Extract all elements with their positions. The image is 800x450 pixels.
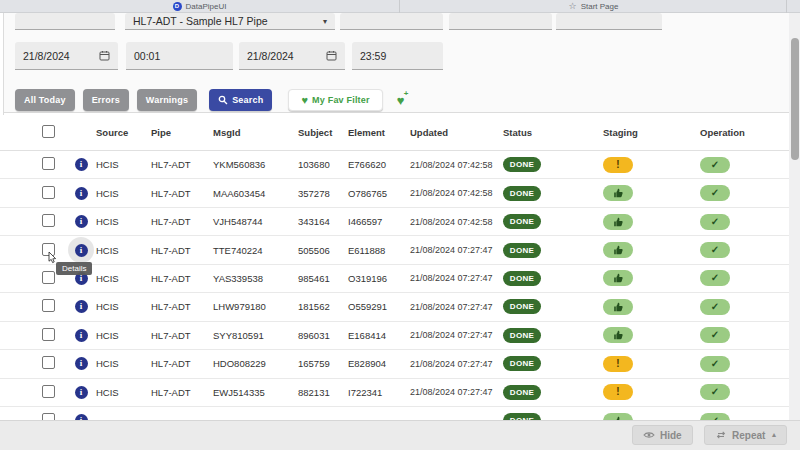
operation-badge[interactable]: ✓	[700, 242, 730, 258]
operation-badge[interactable]: ✓	[700, 214, 730, 230]
operation-badge[interactable]: ✓	[700, 270, 730, 286]
header-staging: Staging	[603, 127, 700, 138]
cell-operation: ✓	[700, 185, 789, 201]
staging-badge[interactable]: !	[603, 413, 633, 420]
to-date-field[interactable]: 21/8/2024	[239, 42, 345, 70]
staging-badge[interactable]: !	[603, 299, 633, 315]
pipe-select[interactable]: HL7-ADT - Sample HL7 Pipe ▾	[125, 13, 335, 30]
details-info-button[interactable]: i	[75, 300, 88, 313]
details-info-button[interactable]: i	[75, 414, 88, 420]
cell-source: HCIS	[96, 159, 151, 170]
all-today-button[interactable]: All Today	[15, 89, 75, 111]
operation-badge[interactable]: ✓	[700, 356, 730, 372]
staging-badge[interactable]: !	[603, 384, 633, 400]
cell-source: HCIS	[96, 216, 151, 227]
cell-staging: !	[603, 270, 700, 286]
repeat-button[interactable]: Repeat ▴	[704, 425, 787, 445]
operation-badge[interactable]: ✓	[700, 299, 730, 315]
staging-badge[interactable]: !	[603, 327, 633, 343]
info-icon: i	[80, 301, 83, 311]
cell-status: DONE	[503, 328, 603, 343]
from-time-field[interactable]: 00:01	[126, 42, 233, 70]
warning-icon: !	[616, 359, 619, 369]
staging-badge[interactable]: !	[603, 185, 633, 201]
operation-badge[interactable]: ✓	[700, 413, 730, 420]
details-info-button[interactable]: i	[75, 215, 88, 228]
my-fav-filter-button[interactable]: ♥ My Fav Filter	[288, 89, 382, 111]
vertical-scrollbar-thumb[interactable]	[791, 38, 799, 160]
details-info-button[interactable]: i	[75, 386, 88, 399]
repeat-icon	[715, 429, 727, 441]
operation-badge[interactable]: ✓	[700, 157, 730, 173]
operation-badge[interactable]: ✓	[700, 185, 730, 201]
row-checkbox[interactable]	[42, 385, 55, 398]
add-favorite-button[interactable]: ♥ +	[397, 93, 405, 108]
table-row[interactable]: i HCIS HL7-ADT MAA603454 357278 O786765 …	[0, 179, 789, 207]
tab-datapipeui[interactable]: D DataPipeUI	[0, 0, 400, 13]
table-row[interactable]: i HCIS HL7-ADT LHW979180 181562 O559291 …	[0, 293, 789, 321]
from-date-field[interactable]: 21/8/2024	[15, 42, 118, 70]
details-info-button[interactable]: i	[75, 187, 88, 200]
check-icon: ✓	[711, 160, 719, 170]
row-checkbox[interactable]	[42, 328, 55, 341]
warnings-button[interactable]: Warnings	[137, 89, 197, 111]
staging-badge[interactable]: !	[603, 157, 633, 173]
table-row[interactable]: i HCIS HL7-ADT YKM560836 103680 E766620 …	[0, 151, 789, 179]
staging-badge[interactable]: !	[603, 356, 633, 372]
vertical-scrollbar-track[interactable]	[789, 13, 800, 420]
filter-field-empty-2[interactable]	[340, 13, 443, 30]
search-button[interactable]: Search	[209, 89, 272, 111]
cell-element: O319196	[348, 273, 410, 284]
details-info-button[interactable]: i	[75, 329, 88, 342]
staging-badge[interactable]: !	[603, 242, 633, 258]
info-icon: i	[80, 216, 83, 226]
info-icon: i	[80, 245, 83, 255]
header-source: Source	[96, 127, 151, 138]
cell-msgid: TTE740224	[213, 245, 298, 256]
table-row[interactable]: i HCIS HL7-ADT VJH548744 343164 I466597 …	[0, 208, 789, 236]
to-time-field[interactable]: 23:59	[352, 42, 443, 70]
star-icon: ☆	[569, 2, 577, 11]
status-badge: DONE	[503, 214, 541, 229]
cell-msgid: EWJ514335	[213, 387, 298, 398]
header-element: Element	[348, 127, 410, 138]
table-row[interactable]: i HCIS HL7-ADT EWJ514335 882131 I722341 …	[0, 379, 789, 407]
cell-source: HCIS	[96, 273, 151, 284]
row-checkbox[interactable]	[42, 271, 55, 284]
header-checkbox-cell	[36, 125, 66, 140]
staging-badge[interactable]: !	[603, 214, 633, 230]
cell-element: E766620	[348, 159, 410, 170]
hide-button[interactable]: Hide	[632, 425, 693, 445]
row-checkbox[interactable]	[42, 413, 55, 420]
filter-field-empty-4[interactable]	[556, 13, 662, 30]
filter-field-empty-3[interactable]	[449, 13, 552, 30]
row-checkbox[interactable]	[42, 157, 55, 170]
select-all-checkbox[interactable]	[42, 125, 55, 138]
operation-badge[interactable]: ✓	[700, 384, 730, 400]
table-row[interactable]: i DONE ! ✓ Details	[0, 407, 789, 420]
details-info-button[interactable]: i	[75, 357, 88, 370]
filter-field-empty-1[interactable]	[15, 13, 115, 30]
row-checkbox[interactable]	[42, 299, 55, 312]
info-icon: i	[80, 188, 83, 198]
operation-badge[interactable]: ✓	[700, 327, 730, 343]
cell-status: DONE	[503, 413, 603, 420]
table-row[interactable]: i HCIS HL7-ADT HDO808229 165759 E828904 …	[0, 350, 789, 378]
table-row[interactable]: i HCIS HL7-ADT YAS339538 985461 O319196 …	[0, 265, 789, 293]
header-status: Status	[503, 127, 603, 138]
tab-start-page[interactable]: ☆ Start Page	[401, 0, 787, 13]
checkbox-cell	[36, 385, 66, 400]
errors-button[interactable]: Errors	[83, 89, 129, 111]
cell-updated: 21/08/2024 07:27:47	[410, 302, 503, 312]
table-row[interactable]: i HCIS HL7-ADT TTE740224 505506 E611888 …	[0, 236, 789, 264]
details-info-button[interactable]: i	[75, 158, 88, 171]
status-badge: DONE	[503, 186, 541, 201]
row-checkbox[interactable]	[42, 356, 55, 369]
details-info-button[interactable]: i	[75, 244, 88, 257]
header-updated: Updated	[410, 127, 503, 138]
staging-badge[interactable]: !	[603, 270, 633, 286]
table-row[interactable]: i HCIS HL7-ADT SYY810591 896031 E168414 …	[0, 322, 789, 350]
row-checkbox[interactable]	[42, 214, 55, 227]
row-checkbox[interactable]	[42, 186, 55, 199]
warning-icon: !	[616, 387, 619, 397]
